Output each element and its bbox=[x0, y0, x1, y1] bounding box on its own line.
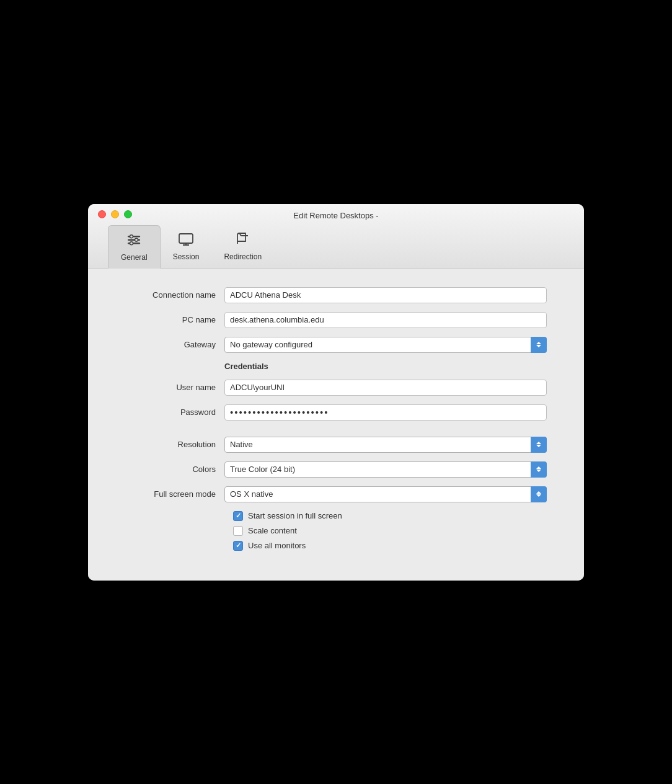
gateway-row: Gateway No gateway configured bbox=[125, 337, 547, 353]
pc-name-input[interactable] bbox=[224, 312, 547, 328]
use-all-monitors-row: Use all monitors bbox=[233, 541, 547, 551]
password-input[interactable] bbox=[224, 404, 547, 421]
svg-point-5 bbox=[130, 241, 133, 244]
redirection-icon bbox=[234, 230, 252, 250]
close-button[interactable] bbox=[98, 210, 106, 218]
connection-name-label: Connection name bbox=[125, 290, 224, 300]
resolution-row: Resolution Native 1920x1080 1280x800 bbox=[125, 437, 547, 453]
user-name-input[interactable] bbox=[224, 380, 547, 396]
tab-session-label: Session bbox=[173, 252, 200, 261]
fullscreen-row: Full screen mode OS X native Standard bbox=[125, 486, 547, 502]
password-row: Password bbox=[125, 404, 547, 421]
tab-general-label: General bbox=[121, 253, 148, 262]
user-name-label: User name bbox=[125, 383, 224, 392]
start-fullscreen-checkbox[interactable] bbox=[233, 511, 243, 521]
credentials-heading-row: Credentials bbox=[125, 362, 547, 371]
use-all-monitors-checkbox[interactable] bbox=[233, 541, 243, 551]
pc-name-row: PC name bbox=[125, 312, 547, 328]
use-all-monitors-label: Use all monitors bbox=[248, 541, 306, 550]
fullscreen-label: Full screen mode bbox=[125, 489, 224, 499]
connection-name-input[interactable] bbox=[224, 287, 547, 303]
gateway-select-wrapper: No gateway configured bbox=[224, 337, 547, 353]
resolution-label: Resolution bbox=[125, 440, 224, 449]
user-name-row: User name bbox=[125, 380, 547, 396]
content-area: Connection name PC name Gateway No gatew… bbox=[88, 269, 584, 581]
svg-point-4 bbox=[135, 238, 138, 241]
scale-content-checkbox[interactable] bbox=[233, 526, 243, 536]
gateway-select[interactable]: No gateway configured bbox=[224, 337, 547, 353]
colors-select-wrapper: True Color (24 bit) High Color (16 bit) … bbox=[224, 461, 547, 478]
minimize-button[interactable] bbox=[111, 210, 119, 218]
password-label: Password bbox=[125, 408, 224, 417]
credentials-label: Credentials bbox=[224, 362, 268, 371]
resolution-select[interactable]: Native 1920x1080 1280x800 bbox=[224, 437, 547, 453]
fullscreen-select-wrapper: OS X native Standard bbox=[224, 486, 547, 502]
gateway-label: Gateway bbox=[125, 340, 224, 349]
svg-point-3 bbox=[130, 234, 133, 238]
scale-content-row: Scale content bbox=[233, 526, 547, 536]
resolution-select-wrapper: Native 1920x1080 1280x800 bbox=[224, 437, 547, 453]
tab-general[interactable]: General bbox=[108, 225, 161, 269]
fullscreen-select[interactable]: OS X native Standard bbox=[224, 486, 547, 502]
tab-redirection[interactable]: Redirection bbox=[211, 225, 274, 268]
tab-session[interactable]: Session bbox=[161, 225, 212, 268]
toolbar: General Session bbox=[98, 225, 574, 268]
colors-row: Colors True Color (24 bit) High Color (1… bbox=[125, 461, 547, 478]
connection-name-row: Connection name bbox=[125, 287, 547, 303]
main-window: Edit Remote Desktops - General bbox=[88, 204, 584, 581]
general-icon bbox=[125, 231, 143, 251]
colors-select[interactable]: True Color (24 bit) High Color (16 bit) … bbox=[224, 461, 547, 478]
colors-label: Colors bbox=[125, 465, 224, 474]
maximize-button[interactable] bbox=[124, 210, 132, 218]
title-bar: Edit Remote Desktops - General bbox=[88, 204, 584, 269]
start-fullscreen-row: Start session in full screen bbox=[233, 511, 547, 521]
start-fullscreen-label: Start session in full screen bbox=[248, 511, 342, 520]
window-title: Edit Remote Desktops - bbox=[98, 211, 574, 220]
session-icon bbox=[177, 230, 195, 250]
pc-name-label: PC name bbox=[125, 315, 224, 324]
tab-redirection-label: Redirection bbox=[224, 252, 262, 261]
svg-rect-6 bbox=[179, 234, 193, 243]
scale-content-label: Scale content bbox=[248, 526, 297, 535]
